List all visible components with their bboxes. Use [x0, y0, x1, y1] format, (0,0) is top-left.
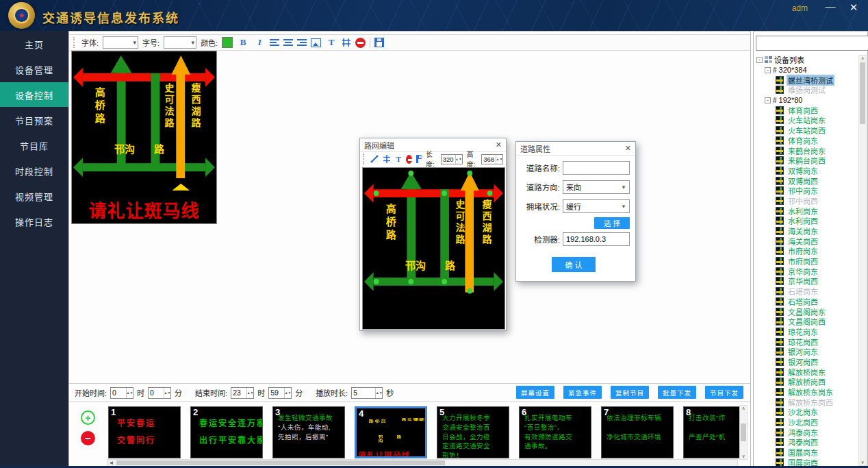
detector-input[interactable]: 192.168.0.3: [563, 232, 630, 246]
congestion-select[interactable]: 缓行▼: [563, 199, 630, 213]
remove-program-button[interactable]: −: [81, 431, 95, 445]
tree-group[interactable]: -#192*80: [755, 95, 858, 106]
device-item[interactable]: 火车站岗西: [755, 125, 858, 136]
start-hour-stepper[interactable]: 0▲▼: [110, 387, 133, 399]
playlist-thumbnail[interactable]: 扎实开展电动车“百日整治”，有效预防道路交通事故。6: [519, 406, 591, 458]
tree-group[interactable]: -#320*384: [755, 65, 858, 75]
device-item[interactable]: 沙北岗东: [755, 407, 858, 417]
insert-image-icon[interactable]: [311, 38, 321, 47]
road-label-bottom-2[interactable]: 路: [445, 260, 455, 273]
duration-stepper[interactable]: 5▲▼: [351, 387, 383, 399]
device-item[interactable]: 京华岗西: [755, 276, 858, 286]
tree-expander[interactable]: -: [765, 67, 771, 73]
color-swatch[interactable]: [222, 37, 233, 48]
road-cross-icon[interactable]: [383, 154, 391, 164]
close-button[interactable]: ✕: [846, 1, 861, 14]
road-direction-select[interactable]: 来向▼: [563, 180, 630, 194]
sidebar-item[interactable]: 操作日志: [0, 209, 68, 234]
delete-icon[interactable]: [355, 38, 366, 48]
action-button[interactable]: 批量下发: [658, 386, 696, 399]
device-item[interactable]: 双博岗西: [755, 175, 858, 186]
device-item[interactable]: 水利岗西: [755, 216, 858, 226]
size-select[interactable]: ▾: [164, 36, 196, 49]
tree-expander[interactable]: -: [756, 57, 763, 63]
logged-in-user[interactable]: adm: [792, 3, 808, 13]
device-item[interactable]: 琼花岗东: [755, 327, 858, 337]
action-button[interactable]: 屏幕设置: [516, 386, 554, 399]
device-item[interactable]: 鸿泰岗东: [755, 427, 858, 437]
sidebar-item[interactable]: 主页: [0, 32, 68, 56]
device-item[interactable]: 银河岗东: [755, 347, 858, 357]
playlist-thumbnail[interactable]: 打击改装“炸 严查严处“机8: [683, 406, 741, 458]
sign-preview-canvas[interactable]: 高桥路 史可法路 瘦西湖路 邗沟 路 请礼让斑马线: [71, 51, 217, 224]
device-item[interactable]: 京华岗东: [755, 266, 858, 276]
device-item[interactable]: 双博岗东: [755, 166, 858, 176]
stepper-arrows[interactable]: ▲▼: [496, 155, 502, 164]
device-item[interactable]: 体育岗西: [755, 105, 858, 115]
stepper-arrows[interactable]: ▲▼: [246, 388, 253, 398]
minimize-button[interactable]: —: [823, 0, 838, 12]
stepper-arrows[interactable]: ▲▼: [164, 388, 170, 398]
playlist-thumbnail[interactable]: 发生轻微交通事故“人未伤，车能动,先拍照，后撤离”3: [272, 406, 345, 458]
add-program-button[interactable]: +: [81, 410, 95, 425]
playlist-thumbnail[interactable]: 大力开展秋冬季交通安全整治百日会战，全力稳定道路交通安全形势！5: [437, 406, 509, 458]
italic-button[interactable]: I: [253, 36, 266, 49]
device-item[interactable]: 沙北岗西: [755, 417, 858, 428]
road-label-left[interactable]: 高桥路: [383, 204, 396, 243]
device-item[interactable]: 邗中岗东: [755, 186, 858, 196]
action-button[interactable]: 紧急事件: [563, 386, 602, 399]
device-item[interactable]: 文昌阁岗西: [755, 317, 858, 327]
text-tool-button[interactable]: T: [395, 154, 402, 164]
device-item[interactable]: 石塔岗东: [755, 286, 858, 297]
device-item[interactable]: 解放桥东岗西: [755, 397, 858, 407]
device-item[interactable]: 国展岗西: [755, 458, 858, 467]
playlist-thumbnail[interactable]: 平安春运交警同行1: [108, 406, 181, 458]
device-item[interactable]: 鸿泰岗西: [755, 437, 858, 447]
action-button[interactable]: 复制节目: [611, 386, 649, 399]
align-left-icon[interactable]: [270, 39, 279, 46]
end-hour-stepper[interactable]: 23▲▼: [231, 387, 254, 399]
device-item[interactable]: 琼花岗西: [755, 336, 858, 347]
playlist-thumbnail[interactable]: 高桥路 史可法路 瘦西湖路 邗沟 路 请礼让斑马线 4: [355, 406, 427, 458]
editor-canvas[interactable]: 高桥路 史可法路 瘦西湖路 邗沟 路: [362, 167, 505, 330]
action-button[interactable]: 节目下发: [705, 386, 743, 399]
device-item[interactable]: 火车站岗东: [755, 115, 858, 125]
save-icon[interactable]: [374, 38, 384, 47]
device-item[interactable]: 体育岗东: [755, 136, 858, 146]
road-label-right[interactable]: 瘦西湖路: [480, 199, 492, 246]
bold-button[interactable]: B: [237, 36, 249, 49]
start-minute-stepper[interactable]: 0▲▼: [148, 387, 171, 399]
align-center-icon[interactable]: [283, 39, 293, 46]
sidebar-item[interactable]: 设备控制: [0, 82, 68, 107]
device-item[interactable]: 解放桥岗东: [755, 367, 858, 377]
confirm-button[interactable]: 确 认: [552, 257, 596, 272]
device-item[interactable]: 螺丝湾桥测试: [755, 75, 858, 85]
device-item[interactable]: 石塔岗西: [755, 297, 858, 307]
playlist-thumbnail[interactable]: 依法治理非标车辆 净化城市交通环境7: [601, 406, 674, 458]
select-detector-button[interactable]: 选 择: [594, 217, 630, 229]
device-tree-scrollbar[interactable]: ∧∨: [858, 55, 867, 466]
device-item[interactable]: 市府岗东: [755, 246, 858, 256]
props-dialog-titlebar[interactable]: 道路属性 ✕: [516, 142, 635, 156]
height-stepper[interactable]: 368 ▲▼: [481, 154, 503, 164]
length-stepper[interactable]: 320 ▲▼: [441, 154, 463, 164]
playlist-thumbnail[interactable]: 春运安全连万家出行平安靠大家2: [190, 406, 263, 458]
device-item[interactable]: 来鹤台岗东: [755, 145, 858, 156]
road-label-bottom-1[interactable]: 邗沟: [405, 260, 426, 273]
sidebar-item[interactable]: 节目库: [0, 133, 68, 158]
stepper-arrows[interactable]: ▲▼: [455, 155, 462, 164]
device-item[interactable]: 国展岗东: [755, 447, 858, 458]
road-name-input[interactable]: [563, 161, 630, 175]
device-item[interactable]: 海关岗西: [755, 236, 858, 246]
device-item[interactable]: 解放桥东岗东: [755, 387, 858, 397]
device-item[interactable]: 市府岗西: [755, 256, 858, 267]
stepper-arrows[interactable]: ▲▼: [284, 388, 291, 398]
device-item[interactable]: 来鹤台岗西: [755, 156, 858, 166]
sidebar-item[interactable]: 设备管理: [0, 57, 68, 82]
device-item[interactable]: 维扬岗测试: [755, 85, 858, 95]
device-item[interactable]: 海关岗东: [755, 226, 858, 236]
font-select[interactable]: ▾: [103, 36, 138, 49]
device-item[interactable]: 水利岗东: [755, 206, 858, 216]
sidebar-item[interactable]: 时段控制: [0, 158, 68, 183]
sidebar-item[interactable]: 视频管理: [0, 184, 68, 208]
